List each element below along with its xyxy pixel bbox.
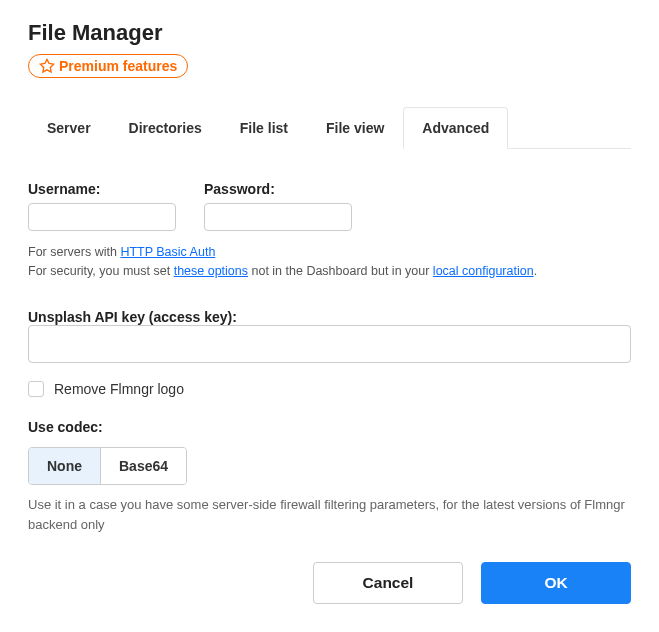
http-basic-auth-link[interactable]: HTTP Basic Auth	[120, 245, 215, 259]
codec-option-base64[interactable]: Base64	[101, 448, 186, 484]
username-label: Username:	[28, 181, 176, 197]
codec-option-none[interactable]: None	[29, 448, 101, 484]
svg-marker-0	[40, 59, 53, 72]
tab-directories[interactable]: Directories	[110, 107, 221, 149]
dialog-footer: Cancel OK	[313, 562, 631, 604]
tab-advanced[interactable]: Advanced	[403, 107, 508, 149]
tab-file-list[interactable]: File list	[221, 107, 307, 149]
ok-button[interactable]: OK	[481, 562, 631, 604]
tab-file-view[interactable]: File view	[307, 107, 403, 149]
cancel-button[interactable]: Cancel	[313, 562, 463, 604]
page-title: File Manager	[28, 20, 631, 46]
these-options-link[interactable]: these options	[174, 264, 248, 278]
codec-toggle-group: None Base64	[28, 447, 187, 485]
username-input[interactable]	[28, 203, 176, 231]
security-helper-prefix: For security, you must set	[28, 264, 174, 278]
remove-logo-checkbox[interactable]	[28, 381, 44, 397]
premium-features-badge[interactable]: Premium features	[28, 54, 188, 78]
security-helper-suffix: .	[534, 264, 537, 278]
auth-helper-text: For servers with HTTP Basic Auth For sec…	[28, 243, 631, 281]
star-icon	[39, 58, 55, 74]
local-configuration-link[interactable]: local configuration	[433, 264, 534, 278]
unsplash-api-key-input[interactable]	[28, 325, 631, 363]
tabs-bar: Server Directories File list File view A…	[28, 106, 631, 149]
auth-helper-prefix: For servers with	[28, 245, 120, 259]
remove-logo-label: Remove Flmngr logo	[54, 381, 184, 397]
codec-helper-text: Use it in a case you have some server-si…	[28, 495, 631, 535]
tab-server[interactable]: Server	[28, 107, 110, 149]
password-label: Password:	[204, 181, 352, 197]
security-helper-mid: not in the Dashboard but in your	[248, 264, 433, 278]
advanced-panel: Username: Password: For servers with HTT…	[28, 149, 631, 535]
premium-features-label: Premium features	[59, 58, 177, 74]
use-codec-label: Use codec:	[28, 419, 631, 435]
password-input[interactable]	[204, 203, 352, 231]
unsplash-api-key-label: Unsplash API key (access key):	[28, 309, 237, 325]
